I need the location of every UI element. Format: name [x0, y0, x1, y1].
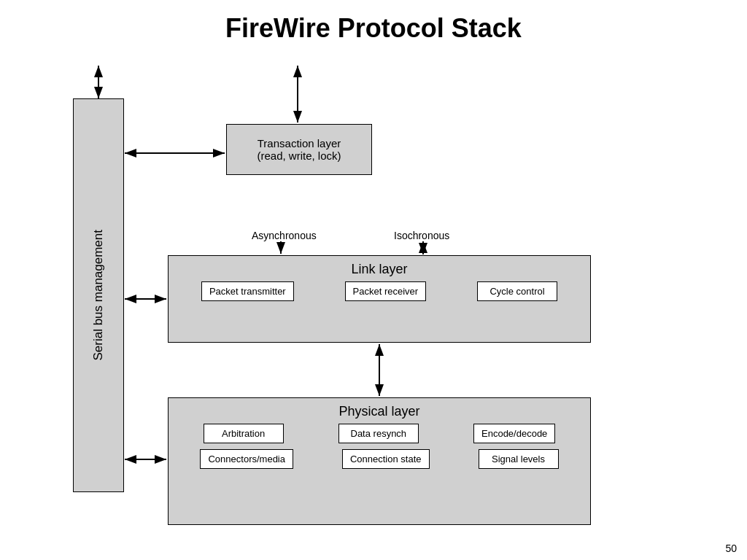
page-number: 50: [725, 542, 737, 554]
label-asynchronous: Asynchronous: [252, 230, 317, 241]
transaction-layer-line2: (read, write, lock): [257, 149, 341, 162]
page-title: FireWire Protocol Stack: [0, 0, 747, 51]
label-isochronous: Isochronous: [394, 230, 449, 241]
physical-layer-title: Physical layer: [169, 398, 590, 424]
arbitration-box: Arbitration: [204, 424, 284, 443]
physical-layer-box: Physical layer Arbitration Data resynch …: [168, 397, 591, 525]
connection-state-box: Connection state: [342, 449, 430, 469]
signal-levels-box: Signal levels: [479, 449, 559, 469]
physical-layer-row1: Arbitration Data resynch Encode/decode: [169, 424, 590, 443]
packet-receiver-box: Packet receiver: [345, 281, 427, 301]
link-layer-box: Link layer Packet transmitter Packet rec…: [168, 255, 591, 343]
physical-layer-row2: Connectors/media Connection state Signal…: [169, 449, 590, 469]
link-layer-title: Link layer: [169, 256, 590, 281]
cycle-control-box: Cycle control: [477, 281, 557, 301]
transaction-layer-line1: Transaction layer: [257, 137, 341, 149]
connectors-media-box: Connectors/media: [200, 449, 293, 469]
serial-bus-label: Serial bus management: [91, 230, 106, 361]
packet-transmitter-box: Packet transmitter: [201, 281, 294, 301]
page: FireWire Protocol Stack: [0, 0, 747, 560]
diagram-area: Serial bus management Transaction layer …: [73, 55, 671, 551]
transaction-layer-box: Transaction layer (read, write, lock): [226, 124, 372, 175]
data-resynch-box: Data resynch: [338, 424, 419, 443]
encode-decode-box: Encode/decode: [473, 424, 555, 443]
serial-bus-box: Serial bus management: [73, 98, 124, 492]
link-layer-items: Packet transmitter Packet receiver Cycle…: [169, 281, 590, 301]
